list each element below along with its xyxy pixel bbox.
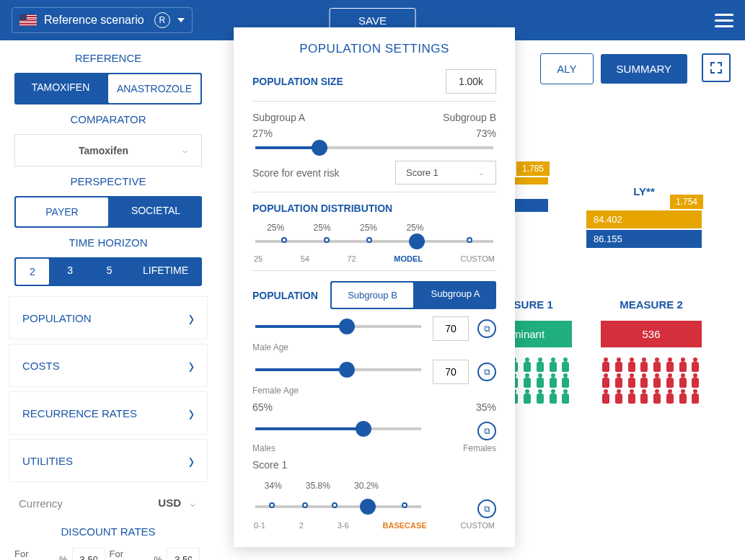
- discount-costs-label: For Costs: [14, 548, 55, 560]
- chevron-down-icon: ⌄: [188, 497, 198, 509]
- nav-population[interactable]: POPULATION›: [9, 296, 208, 339]
- reference-anastrozole[interactable]: ANASTROZOLE: [108, 74, 200, 103]
- reference-tamoxifen[interactable]: TAMOXIFEN: [14, 73, 107, 105]
- chevron-right-icon: ›: [189, 304, 194, 332]
- perspective-societal[interactable]: SOCIETAL: [110, 196, 202, 228]
- measure2-value: 536: [601, 321, 702, 347]
- population-subgroup-toggle: Subgroup B Subgroup A: [330, 281, 496, 309]
- comparator-header: COMPARATOR: [9, 107, 208, 131]
- comparator-value: Tamoxifen: [27, 145, 180, 156]
- reference-toggle: TAMOXIFEN ANASTROZOLE: [14, 73, 202, 105]
- subgroup-slider[interactable]: [255, 146, 493, 149]
- distribution-slider[interactable]: [255, 240, 493, 243]
- measure2-header: MEASURE 2: [601, 298, 702, 311]
- menu-icon[interactable]: [715, 14, 733, 27]
- currency-label: Currency: [19, 497, 63, 510]
- copy-icon[interactable]: ⧉: [477, 319, 496, 338]
- nav-costs[interactable]: COSTS›: [9, 344, 208, 387]
- pop-size-label: POPULATION SIZE: [252, 76, 343, 87]
- ly-bar-top: 1.75484.402: [586, 210, 702, 228]
- subgroup-b-tab[interactable]: Subgroup B: [332, 283, 413, 308]
- subgroup-a-tab[interactable]: Subgroup A: [415, 281, 496, 309]
- flag-us-icon: [19, 14, 37, 26]
- population-label: POPULATION: [252, 290, 318, 301]
- comparator-select[interactable]: Tamoxifen ⌄: [14, 134, 202, 166]
- female-age-slider[interactable]: [255, 368, 421, 371]
- score-select[interactable]: Score 1 ⌄: [395, 161, 496, 185]
- horizon-2[interactable]: 2: [16, 259, 49, 285]
- male-age-slider[interactable]: [255, 325, 421, 328]
- chevron-down-icon: ⌄: [180, 146, 190, 155]
- tab-aly[interactable]: ALY: [540, 53, 593, 84]
- ly-bar-bot: 86.155: [586, 230, 702, 248]
- discount-costs-input[interactable]: [72, 548, 105, 560]
- scenario-name: Reference scenario: [44, 14, 144, 27]
- chevron-down-icon: ⌄: [477, 169, 485, 177]
- discount-util-label: For Utilities: [110, 548, 150, 560]
- modal-title: POPULATION SETTINGS: [252, 39, 496, 69]
- perspective-toggle: PAYER SOCIETAL: [14, 196, 202, 228]
- perspective-header: PERSPECTIVE: [9, 169, 208, 193]
- currency-value: USD: [158, 497, 181, 509]
- chevron-right-icon: ›: [189, 352, 194, 380]
- female-age-input[interactable]: [433, 360, 469, 384]
- time-horizon-header: TIME HORIZON: [9, 231, 208, 254]
- score-label: Score for event risk: [252, 167, 340, 179]
- horizon-5[interactable]: 5: [90, 257, 130, 286]
- scenario-badge: R: [154, 12, 170, 28]
- discount-header: DISCOUNT RATES: [9, 520, 208, 543]
- chevron-down-icon: [177, 18, 185, 22]
- copy-icon[interactable]: ⧉: [477, 499, 496, 518]
- measure2-people-icon: [601, 357, 702, 404]
- gender-slider[interactable]: [255, 427, 421, 430]
- pop-size-input[interactable]: [446, 69, 496, 94]
- perspective-payer[interactable]: PAYER: [16, 197, 108, 226]
- sidebar: REFERENCE TAMOXIFEN ANASTROZOLE COMPARAT…: [0, 40, 216, 560]
- tab-summary[interactable]: SUMMARY: [601, 54, 687, 84]
- copy-icon[interactable]: ⧉: [477, 422, 496, 440]
- expand-icon[interactable]: [702, 53, 731, 82]
- scenario-selector[interactable]: Reference scenario R: [12, 7, 193, 33]
- male-age-input[interactable]: [433, 316, 469, 341]
- population-settings-modal: POPULATION SETTINGS POPULATION SIZE Subg…: [234, 27, 515, 547]
- currency-select[interactable]: Currency USD⌄: [9, 486, 208, 520]
- chevron-right-icon: ›: [189, 447, 194, 475]
- nav-utilities[interactable]: UTILITIES›: [9, 439, 208, 482]
- horizon-3[interactable]: 3: [50, 257, 90, 286]
- chevron-right-icon: ›: [189, 399, 194, 427]
- reference-header: REFERENCE: [9, 46, 208, 70]
- horizon-lifetime[interactable]: LIFETIME: [129, 257, 202, 286]
- discount-util-input[interactable]: [167, 548, 200, 560]
- copy-icon[interactable]: ⧉: [477, 363, 496, 381]
- pop-dist-label: POPULATION DISTRIBUTION: [252, 203, 496, 214]
- nav-recurrence[interactable]: RECURRENCE RATES›: [9, 391, 208, 435]
- score-slider[interactable]: [255, 505, 421, 508]
- horizon-toggle: 2 3 5 LIFETIME: [14, 257, 202, 286]
